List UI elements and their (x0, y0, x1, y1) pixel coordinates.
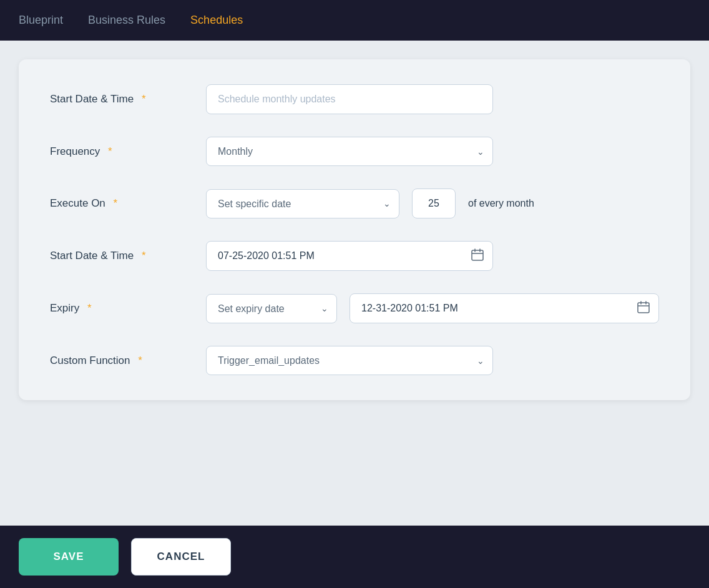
cancel-button[interactable]: CANCEL (131, 538, 231, 576)
execute-select[interactable]: Set specific date First day of month Las… (206, 189, 399, 218)
custom-fn-select[interactable]: Trigger_email_updates Send_notification … (206, 346, 493, 375)
custom-fn-select-wrapper: Trigger_email_updates Send_notification … (206, 346, 493, 375)
save-button[interactable]: SAVE (19, 538, 119, 576)
expiry-select[interactable]: Set expiry date Never After occurrences (206, 294, 337, 323)
frequency-label: Frequency * (50, 145, 193, 158)
execute-label: Execute On * (50, 197, 193, 210)
execute-select-wrapper: Set specific date First day of month Las… (206, 189, 399, 218)
expiry-datetime-wrapper: 12-31-2020 01:51 PM (350, 293, 659, 323)
day-input[interactable]: 25 (412, 189, 456, 218)
every-month-label: of every month (468, 198, 534, 209)
start-datetime-input[interactable]: 07-25-2020 01:51 PM (206, 241, 493, 271)
frequency-select[interactable]: Monthly Daily Weekly Yearly (206, 137, 493, 166)
nav-business-rules[interactable]: Business Rules (88, 14, 165, 27)
expiry-datetime-input[interactable]: 12-31-2020 01:51 PM (350, 293, 659, 323)
custom-function-row: Custom Function * Trigger_email_updates … (50, 346, 659, 375)
top-navigation: Blueprint Business Rules Schedules (0, 0, 709, 41)
title-label: Start Date & Time * (50, 93, 193, 105)
execute-row: Execute On * Set specific date First day… (50, 189, 659, 218)
title-input[interactable] (206, 84, 493, 114)
expiry-label: Expiry * (50, 302, 193, 315)
nav-blueprint[interactable]: Blueprint (19, 14, 63, 27)
main-content: Start Date & Time * Frequency * Monthly … (0, 41, 709, 526)
nav-schedules[interactable]: Schedules (190, 14, 243, 27)
start-datetime-label: Start Date & Time * (50, 250, 193, 262)
start-datetime-wrapper: 07-25-2020 01:51 PM (206, 241, 493, 271)
title-row: Start Date & Time * (50, 84, 659, 114)
expiry-row: Expiry * Set expiry date Never After occ… (50, 293, 659, 323)
custom-function-label: Custom Function * (50, 355, 193, 367)
frequency-row: Frequency * Monthly Daily Weekly Yearly … (50, 137, 659, 166)
bottom-bar: SAVE CANCEL (0, 526, 709, 588)
frequency-select-wrapper: Monthly Daily Weekly Yearly ⌄ (206, 137, 493, 166)
start-datetime-row: Start Date & Time * 07-25-2020 01:51 PM (50, 241, 659, 271)
form-card: Start Date & Time * Frequency * Monthly … (19, 59, 690, 400)
expiry-select-wrapper: Set expiry date Never After occurrences … (206, 294, 337, 323)
